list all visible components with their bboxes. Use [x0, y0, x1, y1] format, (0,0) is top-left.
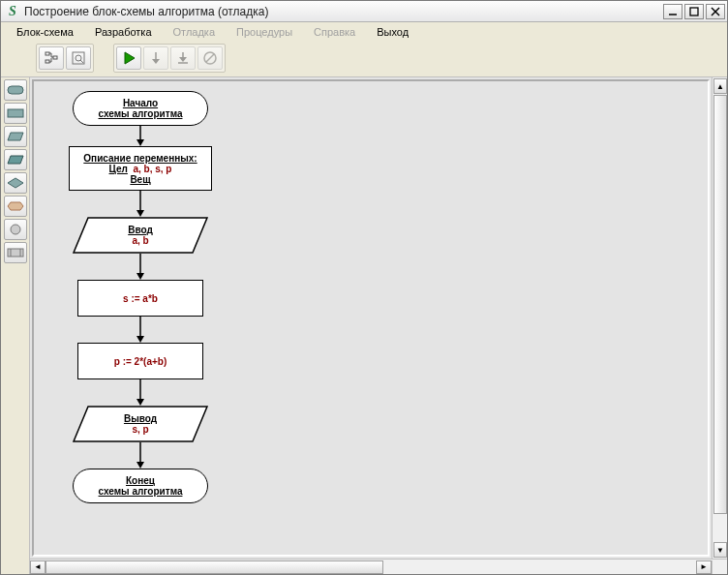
menubar: Блок-схема Разработка Отладка Процедуры …	[1, 22, 727, 42]
svg-rect-25	[8, 249, 23, 257]
arrow-1	[136, 126, 145, 147]
main-area: Начало схемы алгоритма Описание переменн…	[1, 76, 727, 574]
horizontal-scrollbar[interactable]: ◄ ►	[30, 559, 727, 574]
window-title: Построение блок-схемы алгоритма (отладка…	[24, 5, 663, 18]
palette-process[interactable]	[4, 103, 27, 124]
svg-marker-36	[136, 336, 144, 343]
hscroll-track[interactable]	[46, 560, 696, 574]
svg-marker-29	[136, 139, 144, 146]
palette-decision[interactable]	[4, 172, 27, 194]
canvas-wrapper: Начало схемы алгоритма Описание переменн…	[30, 77, 727, 574]
titlebar: S Построение блок-схемы алгоритма (отлад…	[1, 1, 727, 22]
real-label: Вещ	[130, 174, 150, 185]
scroll-up-button[interactable]: ▲	[713, 78, 727, 94]
int-vars: a, b, s, p	[133, 164, 171, 174]
svg-rect-1	[690, 8, 698, 15]
palette-terminator[interactable]	[4, 79, 27, 101]
process-2-expr: p := 2*(a+b)	[114, 356, 167, 367]
node-end[interactable]: Конец схемы алгоритма	[73, 469, 208, 503]
svg-rect-19	[8, 109, 23, 117]
menu-exit[interactable]: Выход	[367, 24, 418, 40]
node-var-declaration[interactable]: Описание переменных: Цел a, b, s, p Вещ	[69, 146, 212, 191]
step-over-button[interactable]	[170, 46, 196, 70]
step-into-button[interactable]	[143, 46, 168, 70]
start-label: Начало	[123, 98, 158, 108]
vscroll-track[interactable]	[713, 95, 727, 541]
menu-debug: Отладка	[164, 24, 225, 40]
svg-point-24	[11, 225, 20, 234]
palette-predefined[interactable]	[4, 242, 27, 263]
flowchart-canvas[interactable]: Начало схемы алгоритма Описание переменн…	[32, 79, 710, 557]
svg-rect-6	[53, 56, 57, 59]
toolbar-btn-tree[interactable]	[39, 46, 64, 70]
node-process-1[interactable]: s := a*b	[77, 280, 203, 317]
svg-marker-21	[8, 156, 23, 164]
input-vars: a, b	[132, 235, 148, 246]
svg-marker-31	[136, 210, 144, 217]
maximize-button[interactable]	[684, 4, 704, 19]
svg-line-9	[80, 60, 83, 63]
scroll-down-button[interactable]: ▼	[713, 542, 727, 558]
scroll-right-button[interactable]: ►	[696, 560, 712, 574]
toolbar-group-left	[36, 44, 94, 73]
process-1-expr: s := a*b	[123, 293, 158, 304]
svg-marker-23	[8, 202, 23, 210]
arrow-3	[136, 254, 145, 281]
end-label: Конец	[126, 475, 155, 486]
svg-marker-20	[8, 133, 23, 140]
svg-marker-10	[125, 52, 135, 64]
minimize-button[interactable]	[663, 4, 682, 19]
window-controls	[663, 4, 725, 19]
app-icon: S	[5, 4, 20, 19]
scrollbar-corner	[712, 560, 727, 574]
app-window: S Построение блок-схемы алгоритма (отлад…	[0, 0, 728, 575]
int-label: Цел	[109, 164, 128, 174]
node-output[interactable]: Вывод s, p	[73, 406, 208, 442]
start-sublabel: схемы алгоритма	[99, 108, 183, 119]
node-input[interactable]: Ввод a, b	[73, 217, 208, 254]
menu-help: Справка	[304, 24, 365, 40]
toolbar-group-debug	[113, 44, 226, 73]
node-process-2[interactable]: p := 2*(a+b)	[77, 343, 203, 379]
svg-marker-22	[8, 178, 23, 188]
close-button[interactable]	[706, 4, 725, 19]
svg-marker-34	[136, 273, 144, 280]
menu-procedures: Процедуры	[227, 24, 302, 40]
arrow-5	[136, 379, 145, 407]
vscroll-thumb[interactable]	[713, 95, 727, 514]
toolbar-btn-preview[interactable]	[66, 46, 91, 70]
arrow-4	[136, 317, 145, 344]
end-sublabel: схемы алгоритма	[99, 486, 183, 497]
svg-marker-41	[136, 462, 144, 469]
stop-button[interactable]	[197, 46, 223, 70]
svg-marker-38	[136, 399, 144, 406]
vertical-scrollbar[interactable]: ▲ ▼	[712, 77, 727, 559]
hscroll-thumb[interactable]	[46, 560, 383, 574]
output-label: Вывод	[124, 413, 157, 424]
svg-rect-18	[8, 86, 23, 94]
palette-preparation[interactable]	[4, 196, 27, 217]
svg-marker-14	[179, 57, 187, 62]
scroll-left-button[interactable]: ◄	[30, 560, 46, 574]
node-start[interactable]: Начало схемы алгоритма	[73, 91, 208, 126]
run-button[interactable]	[116, 46, 141, 70]
menu-dev[interactable]: Разработка	[85, 24, 162, 40]
svg-rect-5	[46, 60, 49, 63]
arrow-6	[136, 442, 145, 469]
toolbars	[1, 42, 727, 76]
input-label: Ввод	[128, 225, 153, 235]
svg-marker-12	[152, 59, 160, 64]
arrow-2	[136, 191, 145, 218]
svg-line-17	[206, 54, 214, 62]
palette-connector[interactable]	[4, 219, 27, 240]
desc-header: Описание переменных:	[83, 153, 197, 164]
menu-scheme[interactable]: Блок-схема	[7, 24, 83, 40]
palette-io-alt[interactable]	[4, 149, 27, 170]
svg-rect-4	[46, 52, 49, 55]
output-vars: s, p	[132, 424, 148, 435]
shape-palette	[1, 77, 30, 574]
palette-io[interactable]	[4, 126, 27, 147]
